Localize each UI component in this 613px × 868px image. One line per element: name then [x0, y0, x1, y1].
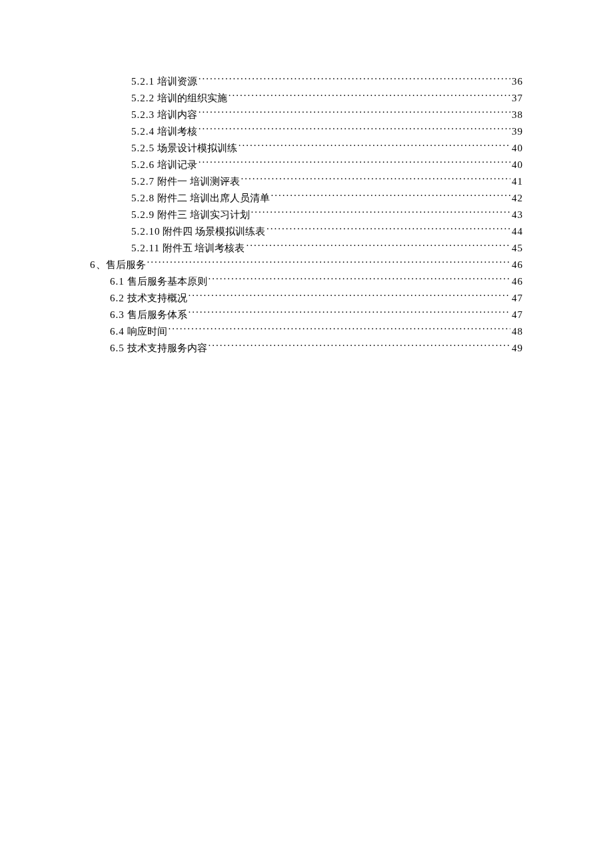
toc-entry-title: 5.2.7 附件一 培训测评表	[131, 173, 240, 190]
table-of-contents: 5.2.1 培训资源365.2.2 培训的组织实施375.2.3 培训内容385…	[90, 73, 523, 357]
toc-entry-text: 培训记录	[157, 159, 197, 170]
toc-entry: 5.2.3 培训内容38	[90, 107, 523, 123]
toc-entry-number: 6	[90, 259, 96, 270]
toc-entry-text: 培训内容	[157, 109, 197, 120]
toc-dots-leader	[199, 108, 510, 118]
toc-entry-page: 44	[512, 223, 523, 240]
toc-entry-page: 43	[512, 207, 523, 223]
toc-dots-leader	[199, 158, 510, 168]
toc-entry-page: 38	[512, 107, 523, 123]
toc-entry-number: 5.2.11	[131, 243, 160, 253]
toc-entry-text: 场景设计模拟训练	[157, 143, 237, 153]
toc-entry-title: 5.2.4 培训考核	[131, 123, 197, 140]
toc-entry-text: 培训的组织实施	[157, 93, 227, 103]
toc-entry-title: 5.2.8 附件二 培训出席人员清单	[131, 190, 270, 207]
toc-entry-number: 6.5	[110, 343, 125, 353]
toc-entry-text: 售后服务基本原则	[127, 276, 207, 287]
toc-entry-page: 46	[512, 257, 523, 273]
toc-dots-leader	[189, 291, 511, 301]
toc-entry: 5.2.10 附件四 场景模拟训练表44	[90, 223, 523, 240]
toc-entry: 6.1 售后服务基本原则46	[90, 273, 523, 290]
toc-entry: 5.2.4 培训考核39	[90, 123, 523, 140]
toc-entry-page: 45	[512, 240, 523, 257]
toc-entry-number: 6.4	[110, 326, 125, 337]
toc-entry-text: 附件五 培训考核表	[163, 243, 245, 253]
toc-entry: 5.2.11 附件五 培训考核表45	[90, 240, 523, 257]
toc-entry-text: 技术支持服务内容	[127, 343, 207, 353]
toc-dots-leader	[199, 75, 510, 85]
toc-entry-title: 5.2.5 场景设计模拟训练	[131, 140, 237, 157]
toc-entry-page: 37	[512, 90, 523, 107]
toc-dots-leader	[271, 191, 511, 201]
toc-dots-leader	[209, 275, 511, 285]
toc-entry-title: 6.2 技术支持概况	[110, 290, 187, 307]
toc-entry-number: 5.2.3	[131, 109, 155, 120]
toc-entry-title: 5.2.11 附件五 培训考核表	[131, 240, 245, 257]
toc-entry-page: 48	[512, 323, 523, 340]
toc-entry-number: 5.2.7	[131, 176, 155, 187]
toc-entry-number: 5.2.4	[131, 126, 155, 137]
toc-dots-leader	[246, 241, 510, 251]
toc-dots-leader	[147, 258, 511, 268]
toc-entry-page: 36	[512, 73, 523, 90]
toc-entry-separator: 、	[96, 259, 106, 270]
toc-entry-page: 47	[512, 307, 523, 323]
toc-entry: 6.2 技术支持概况47	[90, 290, 523, 307]
toc-entry-text: 附件三 培训实习计划	[157, 209, 250, 220]
toc-entry-page: 40	[512, 157, 523, 173]
toc-dots-leader	[169, 325, 511, 335]
toc-entry-page: 47	[512, 290, 523, 307]
toc-dots-leader	[241, 175, 511, 185]
toc-entry-number: 5.2.10	[131, 226, 161, 237]
toc-entry-text: 附件一 培训测评表	[157, 176, 240, 187]
toc-entry-number: 6.2	[110, 293, 125, 303]
toc-entry: 6.5 技术支持服务内容49	[90, 340, 523, 357]
toc-entry-title: 5.2.2 培训的组织实施	[131, 90, 227, 107]
toc-dots-leader	[209, 341, 511, 351]
toc-entry-page: 41	[512, 173, 523, 190]
toc-entry: 5.2.5 场景设计模拟训练40	[90, 140, 523, 157]
toc-dots-leader	[239, 141, 510, 151]
toc-entry-title: 5.2.9 附件三 培训实习计划	[131, 207, 250, 223]
toc-entry-text: 响应时间	[127, 326, 167, 337]
toc-entry-text: 技术支持概况	[127, 293, 187, 303]
toc-entry-number: 5.2.9	[131, 209, 155, 220]
toc-entry: 5.2.2 培训的组织实施37	[90, 90, 523, 107]
toc-entry: 5.2.9 附件三 培训实习计划43	[90, 207, 523, 223]
toc-entry-page: 42	[512, 190, 523, 207]
toc-entry-title: 5.2.6 培训记录	[131, 157, 197, 173]
toc-entry-number: 5.2.2	[131, 93, 155, 103]
toc-entry-title: 5.2.3 培训内容	[131, 107, 197, 123]
toc-entry-title: 5.2.1 培训资源	[131, 73, 197, 90]
toc-entry: 6.3 售后服务体系47	[90, 307, 523, 323]
toc-entry: 5.2.6 培训记录40	[90, 157, 523, 173]
toc-entry-number: 5.2.5	[131, 143, 155, 153]
toc-entry: 5.2.7 附件一 培训测评表41	[90, 173, 523, 190]
toc-entry-text: 附件四 场景模拟训练表	[163, 226, 265, 237]
toc-dots-leader	[267, 225, 510, 235]
toc-entry-text: 附件二 培训出席人员清单	[157, 193, 270, 203]
toc-entry-page: 49	[512, 340, 523, 357]
toc-entry-text: 培训资源	[157, 76, 197, 87]
toc-entry-page: 39	[512, 123, 523, 140]
toc-entry-number: 6.3	[110, 309, 125, 320]
toc-entry: 5.2.1 培训资源36	[90, 73, 523, 90]
toc-entry-title: 6.5 技术支持服务内容	[110, 340, 207, 357]
toc-entry-title: 6.3 售后服务体系	[110, 307, 187, 323]
toc-entry-page: 46	[512, 273, 523, 290]
toc-entry-number: 5.2.8	[131, 193, 155, 203]
toc-entry-title: 6、售后服务	[90, 257, 146, 273]
toc-entry: 6.4 响应时间48	[90, 323, 523, 340]
toc-entry-text: 售后服务	[106, 259, 146, 270]
toc-entry: 5.2.8 附件二 培训出席人员清单42	[90, 190, 523, 207]
toc-entry-title: 5.2.10 附件四 场景模拟训练表	[131, 223, 265, 240]
toc-entry-title: 6.1 售后服务基本原则	[110, 273, 207, 290]
toc-entry-number: 6.1	[110, 276, 125, 287]
toc-dots-leader	[251, 208, 511, 218]
toc-dots-leader	[189, 308, 511, 318]
toc-entry: 6、售后服务46	[90, 257, 523, 273]
toc-dots-leader	[229, 91, 510, 101]
toc-entry-number: 5.2.6	[131, 159, 155, 170]
toc-entry-page: 40	[512, 140, 523, 157]
toc-entry-title: 6.4 响应时间	[110, 323, 167, 340]
